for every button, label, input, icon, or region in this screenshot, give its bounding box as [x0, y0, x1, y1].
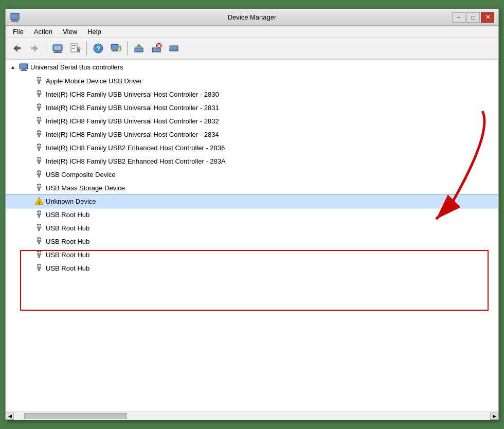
svg-rect-12 [72, 48, 75, 49]
svg-rect-126 [37, 267, 41, 269]
menu-file[interactable]: File [8, 27, 29, 37]
tree-item[interactable]: USB Composite Device [6, 168, 498, 181]
menu-view[interactable]: View [58, 27, 82, 37]
help-button[interactable]: ? [90, 40, 106, 57]
device-icon: ! [34, 196, 44, 206]
usb-icon [35, 157, 43, 165]
expand-icon: ▲ [9, 63, 17, 71]
device-icon [34, 156, 44, 166]
tree-expand-spacer [24, 103, 32, 112]
tree-item[interactable]: Intel(R) ICH8 Family USB Universal Host … [6, 101, 498, 114]
update-driver-button[interactable] [131, 40, 147, 57]
device-tree[interactable]: ▲ Universal Serial Bus controllers [6, 60, 498, 412]
svg-rect-8 [54, 46, 61, 50]
svg-rect-108 [37, 224, 39, 225]
tree-item[interactable]: USB Root Hub [6, 221, 498, 235]
svg-rect-116 [40, 238, 41, 239]
svg-rect-36 [37, 77, 39, 78]
usb-icon [35, 144, 43, 152]
tree-item[interactable]: USB Root Hub [6, 208, 498, 221]
svg-rect-109 [40, 224, 41, 225]
svg-rect-17 [111, 44, 118, 49]
svg-rect-18 [113, 49, 117, 50]
device-icon [34, 263, 44, 273]
svg-rect-19 [112, 50, 118, 51]
svg-point-14 [77, 47, 80, 50]
svg-rect-7 [53, 52, 62, 53]
toolbar-separator-3 [127, 41, 128, 56]
usb-icon [35, 103, 43, 112]
hscroll-thumb[interactable] [24, 413, 127, 419]
device-manager-button[interactable] [49, 40, 66, 57]
usb-icon [35, 77, 43, 85]
device-label: USB Root Hub [46, 224, 89, 232]
svg-rect-61 [37, 133, 41, 135]
svg-rect-37 [40, 77, 41, 78]
svg-rect-86 [40, 171, 41, 172]
svg-rect-105 [37, 227, 41, 228]
svg-rect-10 [72, 45, 76, 46]
device-icon [34, 116, 44, 126]
svg-rect-98 [37, 213, 41, 215]
menu-action[interactable]: Action [29, 27, 58, 37]
svg-marker-3 [13, 45, 21, 52]
svg-rect-44 [40, 91, 41, 92]
svg-text:?: ? [96, 45, 100, 52]
tree-item[interactable]: Intel(R) ICH8 Family USB Universal Host … [6, 128, 498, 141]
usb-icon [35, 117, 43, 125]
maximize-button[interactable]: □ [466, 12, 480, 23]
usb-icon [35, 130, 43, 138]
svg-marker-4 [31, 45, 38, 52]
menu-help[interactable]: Help [82, 27, 106, 37]
device-icon [34, 102, 44, 113]
tree-item[interactable]: Intel(R) ICH8 Family USB Universal Host … [6, 87, 498, 101]
tree-item[interactable]: Apple Mobile Device USB Driver [6, 74, 498, 87]
device-label: USB Root Hub [46, 211, 89, 219]
svg-rect-11 [72, 47, 76, 47]
svg-rect-9 [71, 44, 77, 52]
menu-bar: File Action View Help [6, 26, 498, 38]
tree-expand-spacer [24, 264, 32, 272]
tree-expand-spacer [24, 197, 32, 205]
device-label: Intel(R) ICH8 Family USB2 Enhanced Host … [46, 144, 225, 152]
tree-item[interactable]: USB Root Hub [6, 235, 498, 248]
tree-item[interactable]: Intel(R) ICH8 Family USB Universal Host … [6, 114, 498, 128]
hscroll-right[interactable]: ▶ [490, 413, 498, 420]
horizontal-scrollbar[interactable]: ◀ ▶ [6, 412, 498, 420]
tree-item[interactable]: ! Unknown Device [6, 194, 498, 208]
close-button[interactable]: ✕ [481, 12, 494, 23]
svg-rect-89 [37, 187, 41, 188]
device-label: USB Mass Storage Device [46, 184, 125, 192]
svg-rect-57 [37, 117, 39, 118]
properties-button[interactable] [67, 40, 83, 57]
back-button[interactable] [9, 40, 25, 57]
device-label: Intel(R) ICH8 Family USB2 Enhanced Host … [46, 157, 226, 165]
window-controls: − □ ✕ [452, 12, 494, 23]
usb-icon [35, 210, 43, 219]
tree-item[interactable]: Intel(R) ICH8 Family USB2 Enhanced Host … [6, 154, 498, 168]
usb-icon [35, 90, 43, 98]
hscroll-left[interactable]: ◀ [6, 413, 14, 420]
tree-item[interactable]: USB Root Hub [6, 248, 498, 261]
tree-item[interactable]: USB Mass Storage Device [6, 181, 498, 194]
usb-icon [35, 237, 43, 245]
tree-item[interactable]: Intel(R) ICH8 Family USB2 Enhanced Host … [6, 141, 498, 154]
device-label: Unknown Device [46, 198, 96, 205]
tree-expand-spacer [24, 251, 32, 259]
svg-rect-71 [37, 144, 39, 145]
tree-item[interactable]: USB Root Hub [6, 261, 498, 275]
tree-expand-spacer [24, 77, 32, 85]
uninstall-button[interactable] [148, 40, 165, 57]
tree-expand-spacer [24, 237, 32, 245]
tree-expand-spacer [24, 210, 32, 219]
device-label: USB Root Hub [46, 264, 89, 272]
scan-button[interactable] [107, 40, 124, 57]
enable-button[interactable] [166, 40, 182, 57]
svg-text:!: ! [39, 200, 40, 205]
category-usb-controllers[interactable]: ▲ Universal Serial Bus controllers [6, 60, 498, 74]
device-icon [34, 223, 44, 233]
tree-expand-spacer [24, 170, 32, 178]
forward-button[interactable] [26, 40, 43, 57]
device-icon [34, 129, 44, 139]
minimize-button[interactable]: − [452, 12, 465, 23]
